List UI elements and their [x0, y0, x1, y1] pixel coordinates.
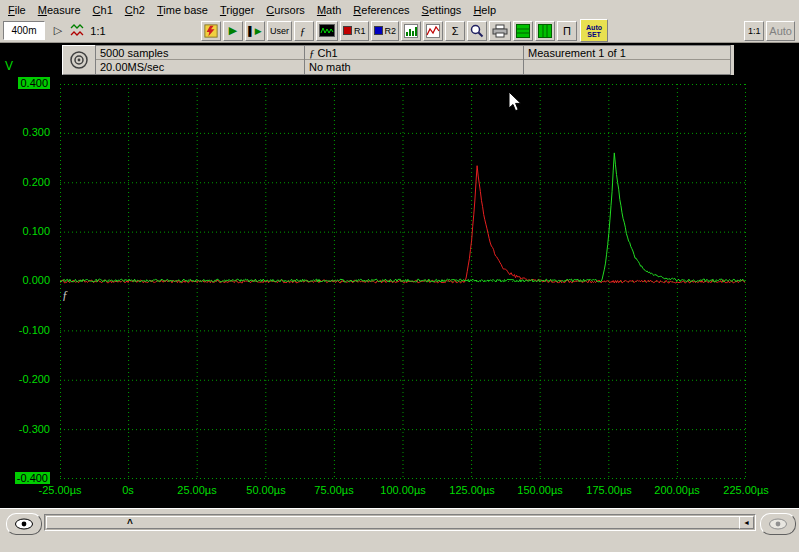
- reference-1-button[interactable]: R1: [340, 21, 369, 41]
- measurement-info-bar: 5000 samples 20.00MS/sec ƒCh1 No math Me…: [62, 45, 734, 75]
- y-axis-label: 0.200: [2, 175, 50, 190]
- function-f-icon: ƒ: [300, 25, 306, 37]
- user-mode-button[interactable]: User: [267, 21, 292, 41]
- menu-item-file[interactable]: File: [2, 2, 32, 18]
- x-axis-label: 200.00µs: [654, 483, 699, 497]
- graph-window-2-button[interactable]: [535, 21, 555, 41]
- device-target-icon: [69, 50, 89, 70]
- bottom-scroll-panel: ^ ◄: [0, 508, 799, 552]
- toolbar-right-group: 1:1 Auto: [743, 21, 796, 41]
- math-trace-marker[interactable]: ƒ: [62, 288, 68, 303]
- menu-item-measure[interactable]: Measure: [32, 2, 87, 18]
- x-axis-label: 150.00µs: [517, 483, 562, 497]
- function-button[interactable]: ƒ: [294, 21, 314, 41]
- x-axis-label: 225.00µs: [723, 483, 768, 497]
- source-panel[interactable]: ƒCh1 No math: [304, 45, 524, 75]
- math-value: No math: [305, 60, 523, 74]
- input-range-value[interactable]: 400m: [3, 21, 45, 40]
- one-shot-button[interactable]: ▌▶: [245, 21, 265, 41]
- y-axis-label: -0.200: [2, 372, 50, 387]
- bar-chart-icon: [404, 24, 418, 38]
- measurement-counter: Measurement 1 of 1: [524, 46, 730, 60]
- red-swatch-icon: [343, 26, 352, 35]
- x-axis-label: 175.00µs: [586, 483, 631, 497]
- green-graph-icon: [516, 24, 530, 38]
- autoset-button[interactable]: AutoSET: [580, 19, 608, 42]
- display-button[interactable]: [316, 21, 338, 41]
- x-axis-label: 75.00µs: [314, 483, 353, 497]
- magnifier-icon: [470, 24, 484, 38]
- play-icon: ▶: [229, 24, 237, 37]
- source-value: ƒCh1: [305, 46, 523, 60]
- pi-icon: Π: [563, 25, 571, 37]
- x-axis-label: 25.00µs: [177, 483, 216, 497]
- zoom-ratio-button[interactable]: 1:1: [744, 21, 764, 41]
- menu-item-ch1[interactable]: Ch1: [87, 2, 119, 18]
- acquisition-panel[interactable]: 5000 samples 20.00MS/sec: [95, 45, 305, 75]
- play-icon: ▶: [255, 26, 262, 36]
- mouse-cursor: [508, 91, 523, 113]
- toolbar-main-group: ▶ ▌▶ User ƒ R1 R2: [200, 19, 608, 42]
- function-f-icon: ƒ: [309, 47, 315, 59]
- green-graph-icon: [538, 24, 552, 38]
- time-scrollbar-track[interactable]: ^ ◄: [44, 514, 756, 531]
- x-axis-label: 100.00µs: [380, 483, 425, 497]
- scope-canvas: 5000 samples 20.00MS/sec ƒCh1 No math Me…: [0, 43, 799, 508]
- waveform-plot[interactable]: [60, 84, 746, 479]
- oscilloscope-app: File Measure Ch1 Ch2 Time base Trigger C…: [0, 0, 799, 552]
- measurement-panel[interactable]: Measurement 1 of 1: [523, 45, 731, 75]
- x-axis-label: -25.00µs: [38, 483, 81, 497]
- line-chart-icon: [426, 24, 440, 38]
- sigma-icon: Σ: [452, 25, 459, 37]
- menu-item-math[interactable]: Math: [311, 2, 347, 18]
- trigger-symbol-icon[interactable]: ▷: [49, 21, 67, 41]
- graph-window-1-button[interactable]: [513, 21, 533, 41]
- save-reference-button[interactable]: [401, 21, 421, 41]
- blue-swatch-icon: [374, 26, 383, 35]
- probe-ratio-label[interactable]: 1:1: [89, 21, 107, 41]
- eye-icon: [768, 518, 788, 530]
- sample-rate-value: 20.00MS/sec: [96, 60, 304, 74]
- y-axis-label: 0.000: [2, 273, 50, 288]
- right-eye-button[interactable]: [760, 513, 796, 535]
- toolbar: 400m ▷ 1:1 ▶ ▌▶ User ƒ: [0, 19, 799, 43]
- menu-item-trigger[interactable]: Trigger: [214, 2, 260, 18]
- load-reference-button[interactable]: [423, 21, 443, 41]
- quick-measure-button[interactable]: [201, 21, 221, 41]
- scroll-left-button[interactable]: ◄: [739, 516, 754, 529]
- sum-button[interactable]: Σ: [445, 21, 465, 41]
- menu-item-references[interactable]: References: [347, 2, 415, 18]
- x-axis-label: 0s: [122, 483, 134, 497]
- menu-item-time-base[interactable]: Time base: [151, 2, 214, 18]
- samples-value: 5000 samples: [96, 46, 304, 60]
- channel-waves-icon[interactable]: [69, 21, 87, 41]
- y-axis-label: 0.100: [2, 224, 50, 239]
- menu-item-ch2[interactable]: Ch2: [119, 2, 151, 18]
- x-axis-label: 125.00µs: [449, 483, 494, 497]
- device-button[interactable]: [62, 45, 96, 75]
- scope-screen-icon: [319, 24, 335, 37]
- menu-item-help[interactable]: Help: [467, 2, 502, 18]
- printer-icon: [492, 24, 508, 38]
- y-axis-label: 0.300: [2, 125, 50, 140]
- y-axis-label: -0.100: [2, 323, 50, 338]
- y-axis-label-max: 0.400: [2, 76, 50, 91]
- print-button[interactable]: [489, 21, 511, 41]
- menu-item-settings[interactable]: Settings: [416, 2, 468, 18]
- auto-range-button[interactable]: Auto: [766, 21, 795, 41]
- time-scrollbar-thumb[interactable]: ^: [46, 516, 740, 529]
- menu-bar: File Measure Ch1 Ch2 Time base Trigger C…: [0, 0, 799, 19]
- lightning-icon: [204, 24, 218, 38]
- period-button[interactable]: Π: [557, 21, 577, 41]
- x-axis-label: 50.00µs: [246, 483, 285, 497]
- left-eye-button[interactable]: [6, 513, 42, 535]
- start-measurement-button[interactable]: ▶: [223, 21, 243, 41]
- y-axis-unit-label: V: [5, 59, 13, 73]
- eye-icon: [14, 518, 34, 530]
- menu-item-cursors[interactable]: Cursors: [260, 2, 311, 18]
- zoom-button[interactable]: [467, 21, 487, 41]
- y-axis-label: -0.300: [2, 422, 50, 437]
- measurement-empty-row: [524, 60, 730, 74]
- reference-2-button[interactable]: R2: [371, 21, 400, 41]
- trigger-position-marker[interactable]: ^: [127, 517, 133, 530]
